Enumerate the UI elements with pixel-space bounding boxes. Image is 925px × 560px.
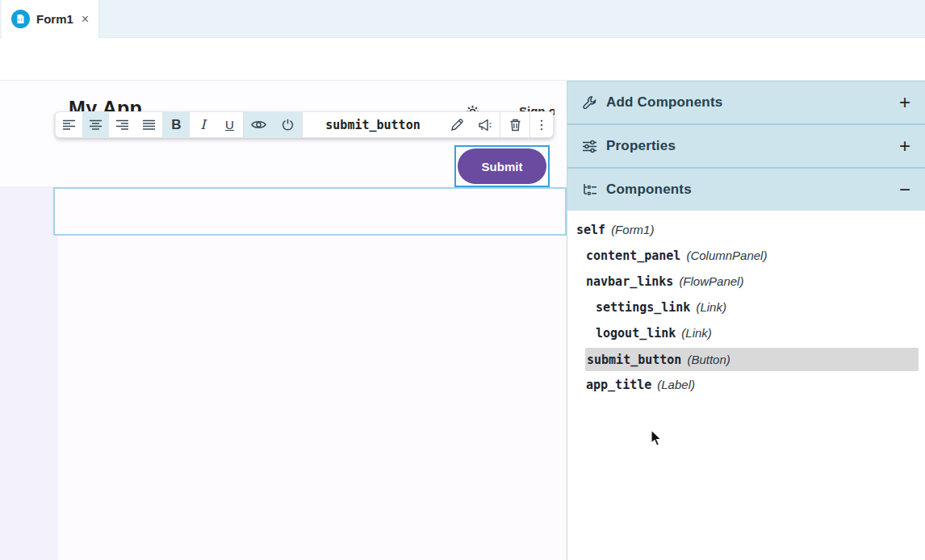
- tree-item-navbar-links[interactable]: navbar_links(FlowPanel): [586, 270, 919, 293]
- tree-item-name: app_title: [586, 378, 651, 392]
- tree-item-app-title[interactable]: app_title(Label): [586, 374, 919, 396]
- form-doc-icon: [11, 10, 30, 28]
- tab-form1[interactable]: Form1 ×: [2, 0, 99, 38]
- component-kebab-button[interactable]: ⋮: [530, 112, 553, 137]
- content-panel-column[interactable]: [58, 186, 567, 560]
- tree-item-type: (Link): [681, 326, 712, 340]
- tree-item-type: (ColumnPanel): [686, 249, 767, 262]
- tree-item-name: logout_link: [596, 326, 676, 341]
- right-sidebar: Add Components + Properties +: [567, 81, 925, 560]
- tree-item-type: (FlowPanel): [679, 274, 743, 288]
- sliders-icon: [582, 140, 597, 153]
- align-left-button[interactable]: [56, 112, 82, 137]
- events-megaphone-button[interactable]: [471, 112, 500, 137]
- tree-item-self[interactable]: self(Form1): [576, 219, 919, 241]
- tree-item-name: submit_button: [587, 353, 681, 367]
- tree-item-type: (Form1): [611, 223, 654, 236]
- tree-item-name: navbar_links: [586, 274, 673, 289]
- minus-icon[interactable]: −: [899, 180, 910, 199]
- tab-title: Form1: [36, 12, 73, 26]
- tree-item-logout-link[interactable]: logout_link(Link): [596, 322, 919, 345]
- align-center-button[interactable]: [82, 112, 109, 137]
- plus-icon[interactable]: +: [899, 93, 910, 112]
- section-label: Components: [606, 182, 890, 198]
- tree-item-type: (Button): [687, 353, 730, 366]
- tree-item-name: self: [576, 223, 605, 237]
- enabled-power-button[interactable]: [273, 112, 302, 137]
- tree-item-submit-button[interactable]: submit_button(Button): [585, 348, 919, 371]
- section-label: Add Components: [606, 94, 890, 111]
- italic-button[interactable]: I: [190, 112, 216, 137]
- tree-item-name: content_panel: [586, 249, 680, 263]
- edit-pencil-button[interactable]: [443, 112, 471, 137]
- selection-outline: Submit: [454, 145, 550, 187]
- tree-item-type: (Label): [657, 378, 695, 391]
- section-components[interactable]: Components −: [567, 169, 925, 211]
- underline-button[interactable]: U: [216, 112, 243, 137]
- section-properties[interactable]: Properties +: [567, 125, 925, 167]
- editor-toolbar: Design Code Split ⋮: [0, 38, 925, 81]
- tree-item-content-panel[interactable]: content_panel(ColumnPanel): [586, 244, 919, 267]
- plus-icon[interactable]: +: [899, 136, 910, 156]
- tree-item-name: settings_link: [596, 300, 690, 315]
- tree-item-settings-link[interactable]: settings_link(Link): [596, 296, 919, 319]
- component-name-field[interactable]: submit_button: [303, 112, 443, 137]
- bold-button[interactable]: B: [163, 112, 190, 137]
- component-tree: self(Form1) content_panel(ColumnPanel) n…: [567, 211, 925, 560]
- wrench-icon: [582, 95, 597, 111]
- mouse-cursor: [651, 429, 663, 447]
- tree-item-type: (Link): [696, 300, 726, 314]
- section-add-components[interactable]: Add Components +: [567, 81, 925, 123]
- component-toolbar: B I U submit_button: [55, 111, 554, 138]
- align-right-button[interactable]: [109, 112, 136, 137]
- tab-close-icon[interactable]: ×: [82, 12, 89, 27]
- dropzone-outline[interactable]: [53, 187, 567, 236]
- app-window: Form1 × Design Code: [0, 0, 925, 560]
- section-label: Properties: [606, 138, 890, 154]
- delete-trash-button[interactable]: [500, 112, 529, 137]
- design-canvas[interactable]: My App Sign out: [0, 81, 567, 560]
- tab-strip: Form1 ×: [0, 0, 925, 38]
- tree-list-icon: [582, 183, 597, 197]
- align-justify-button[interactable]: [136, 112, 162, 137]
- visible-eye-button[interactable]: [244, 112, 273, 137]
- submit-button-component[interactable]: Submit: [458, 148, 546, 184]
